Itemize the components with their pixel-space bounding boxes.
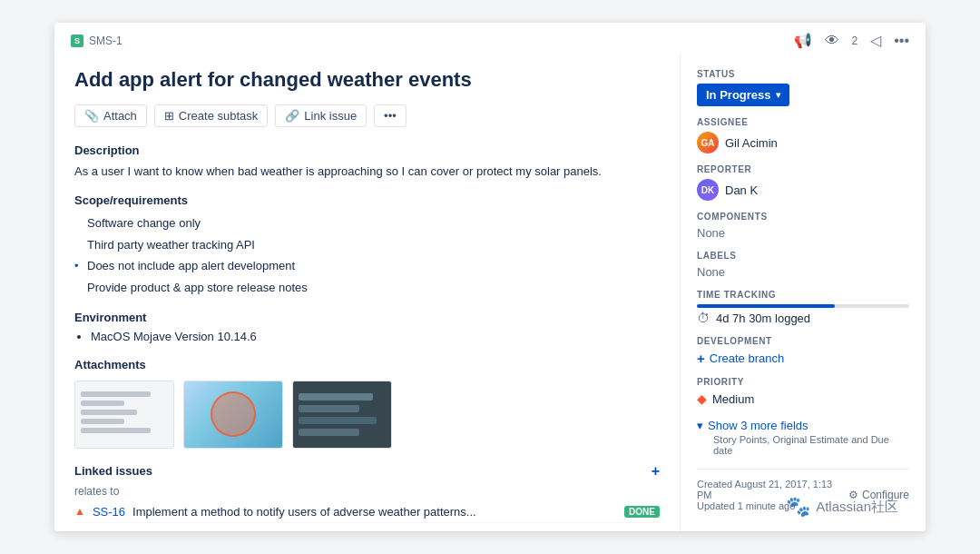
thumb-line-2	[81, 401, 124, 406]
share-icon[interactable]: ◁	[870, 32, 881, 49]
scope-title: Scope/requirements	[74, 193, 660, 207]
assignee-label: ASSIGNEE	[697, 117, 909, 127]
more-actions-button[interactable]: •••	[374, 104, 407, 127]
linked-issue-status: DONE	[624, 506, 660, 518]
status-button[interactable]: In Progress ▾	[697, 84, 789, 106]
labels-label: LABELS	[697, 251, 909, 261]
time-tracking-bar	[697, 304, 909, 308]
more-icon[interactable]: •••	[894, 33, 909, 49]
right-panel: STATUS In Progress ▾ ASSIGNEE GA Gil Aci…	[681, 54, 926, 531]
assignee-avatar: GA	[697, 132, 719, 153]
show-more-button[interactable]: ▾ Show 3 more fields	[697, 419, 909, 432]
breadcrumb: S SMS-1	[71, 35, 122, 47]
components-label: COMPONENTS	[697, 212, 909, 222]
development-label: DEVELOPMENT	[697, 336, 909, 346]
atlassian-logo: 🐾	[786, 495, 810, 519]
reporter-name: Dan K	[725, 183, 758, 197]
attach-icon: 📎	[84, 109, 99, 123]
relates-label: relates to	[74, 485, 660, 498]
card-header: S SMS-1 📢 👁 2 ◁ •••	[54, 23, 926, 54]
dark-line-2	[299, 405, 359, 412]
thumb-line-5	[81, 428, 151, 433]
status-chevron-icon: ▾	[776, 90, 780, 100]
chevron-down-icon: ▾	[697, 419, 703, 432]
card-body: Add app alert for changed weather events…	[54, 54, 926, 531]
scope-item-3: Does not include app alert development	[74, 255, 660, 276]
time-logged: 4d 7h 30m logged	[716, 312, 810, 325]
priority-icon: ◆	[697, 391, 707, 406]
create-branch-row[interactable]: + Create branch	[697, 351, 909, 366]
environment-title: Environment	[74, 311, 660, 324]
subtask-icon: ⊞	[164, 109, 174, 123]
attachment-2[interactable]	[183, 381, 283, 449]
priority-label: PRIORITY	[697, 377, 909, 387]
labels-value: None	[697, 265, 909, 279]
add-linked-issue-button[interactable]: +	[652, 463, 660, 480]
left-panel: Add app alert for changed weather events…	[54, 54, 681, 531]
status-value: In Progress	[706, 88, 771, 102]
watch-count: 2	[852, 35, 858, 47]
thumb-line-3	[81, 410, 137, 415]
linked-issues-title-text: Linked issues	[74, 464, 152, 478]
time-tracking-fill	[697, 304, 835, 308]
time-tracking-label: TIME TRACKING	[697, 290, 909, 300]
environment-list: MacOS Mojave Version 10.14.6	[74, 330, 660, 343]
link-issue-button[interactable]: 🔗 Link issue	[275, 104, 367, 127]
scope-list: Software change only Third party weather…	[74, 213, 660, 298]
more-label: •••	[384, 109, 397, 123]
linked-issue-text: Implement a method to notify users of ad…	[132, 505, 617, 519]
description-title: Description	[74, 143, 660, 157]
attach-label: Attach	[103, 109, 137, 123]
assignee-name: Gil Acimin	[725, 136, 778, 150]
reporter-row: DK Dan K	[697, 179, 909, 201]
reporter-avatar: DK	[697, 179, 719, 201]
clock-icon: ⏱	[697, 311, 710, 325]
map-circle	[211, 391, 256, 437]
issue-card: S SMS-1 📢 👁 2 ◁ ••• Add app alert for ch…	[54, 23, 926, 531]
attachment-3[interactable]	[292, 381, 392, 449]
linked-issue-key: SS-16	[93, 505, 125, 519]
comment-area: U	[74, 523, 660, 531]
assignee-row: GA Gil Acimin	[697, 132, 909, 153]
attachment-1[interactable]	[74, 381, 174, 449]
watermark-text: Atlassian社区	[816, 499, 898, 516]
attach-button[interactable]: 📎 Attach	[74, 104, 147, 127]
components-value: None	[697, 226, 909, 240]
plus-icon: +	[697, 351, 705, 366]
project-key: SMS-1	[89, 35, 122, 47]
scope-item-2: Third party weather tracking API	[74, 234, 660, 255]
attachments-title: Attachments	[74, 358, 660, 371]
create-branch-label: Create branch	[710, 351, 784, 365]
watch-icon[interactable]: 👁	[825, 33, 839, 49]
linked-issues-section: Linked issues +	[74, 463, 660, 480]
link-icon: 🔗	[285, 109, 299, 123]
time-tracking-row: ⏱ 4d 7h 30m logged	[697, 311, 909, 325]
announce-icon[interactable]: 📢	[794, 32, 812, 49]
priority-value: Medium	[712, 392, 754, 406]
watermark: 🐾 Atlassian社区	[786, 495, 898, 519]
environment-item-1: MacOS Mojave Version 10.14.6	[91, 330, 660, 343]
dark-line-4	[299, 429, 359, 436]
link-label: Link issue	[304, 109, 357, 123]
action-bar: 📎 Attach ⊞ Create subtask 🔗 Link issue •…	[74, 104, 660, 127]
attachments-row	[74, 381, 660, 449]
priority-row: ◆ Medium	[697, 391, 909, 406]
thumb-line-4	[81, 419, 124, 424]
status-label: STATUS	[697, 69, 909, 79]
subtask-label: Create subtask	[179, 109, 258, 123]
issue-title: Add app alert for changed weather events	[74, 67, 660, 94]
show-more-sub: Story Points, Original Estimate and Due …	[713, 434, 909, 456]
thumb-line-1	[81, 391, 151, 397]
dark-line-3	[299, 417, 377, 424]
project-icon: S	[71, 35, 83, 47]
scope-item-1: Software change only	[74, 213, 660, 233]
dark-line-1	[299, 393, 373, 401]
linked-issue-item[interactable]: ▲ SS-16 Implement a method to notify use…	[74, 501, 660, 523]
scope-item-4: Provide product & app store release note…	[74, 277, 660, 298]
show-more-label: Show 3 more fields	[708, 419, 808, 432]
create-subtask-button[interactable]: ⊞ Create subtask	[154, 104, 268, 127]
description-body: As a user I want to know when bad weathe…	[74, 163, 660, 182]
issue-priority-icon: ▲	[74, 505, 85, 518]
reporter-label: REPORTER	[697, 164, 909, 174]
header-actions: 📢 👁 2 ◁ •••	[794, 32, 910, 49]
